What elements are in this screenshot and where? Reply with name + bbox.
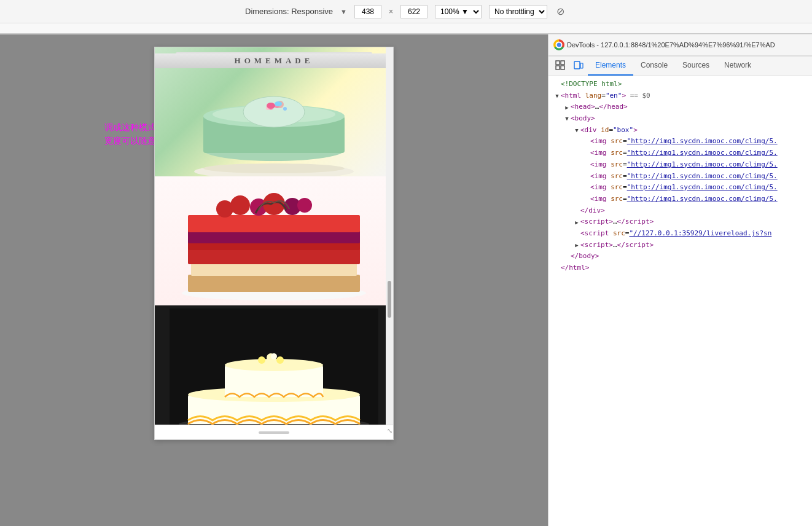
html-attr-name: lang bbox=[585, 90, 602, 102]
cake-image-3 bbox=[155, 305, 393, 434]
triangle-html[interactable] bbox=[553, 92, 561, 100]
svg-rect-42 bbox=[580, 63, 583, 68]
dom-line-img4[interactable]: <img src="http://img1.sycdn.imooc.com/cl… bbox=[548, 171, 812, 183]
mobile-preview-frame: HOMEMADE bbox=[154, 47, 394, 440]
img6-src-name: src bbox=[611, 194, 623, 205]
svg-rect-20 bbox=[188, 215, 360, 232]
div-close-bracket: > bbox=[633, 125, 638, 136]
width-input[interactable] bbox=[354, 5, 381, 18]
img3-src-value[interactable]: "http://img1.sycdn.imooc.com/climg/5. bbox=[627, 159, 778, 171]
dom-line-script-livereload[interactable]: <script src="//127.0.0.1:35929/livereloa… bbox=[548, 228, 812, 240]
img5-src-value[interactable]: "http://img1.sycdn.imooc.com/climg/5. bbox=[627, 182, 778, 194]
dom-line-img6[interactable]: <img src="http://img1.sycdn.imooc.com/cl… bbox=[548, 194, 812, 205]
dom-line-img3[interactable]: <img src="http://img1.sycdn.imooc.com/cl… bbox=[548, 159, 812, 171]
img3-src-name: src bbox=[611, 159, 623, 171]
dom-line-close-html: </html> bbox=[548, 262, 812, 274]
devtools-title: DevTools - 127.0.0.1:8848/1%20E7%AD%94%E… bbox=[567, 41, 807, 49]
svg-rect-39 bbox=[561, 61, 564, 65]
dom-line-img1[interactable]: <img src="http://img1.sycdn.imooc.com/cl… bbox=[548, 136, 812, 147]
close-div-tag: </div> bbox=[580, 205, 605, 217]
img4-src-value[interactable]: "http://img1.sycdn.imooc.com/climg/5. bbox=[627, 171, 778, 183]
dom-line-script1[interactable]: <script>…</script> bbox=[548, 216, 812, 228]
dom-line-script2[interactable]: <script>…</script> bbox=[548, 240, 812, 251]
svg-point-9 bbox=[283, 107, 287, 111]
html-tag: <html bbox=[561, 90, 581, 102]
dom-line-head[interactable]: <head>…</head> bbox=[548, 101, 812, 113]
triangle-head[interactable] bbox=[563, 104, 571, 111]
dimensions-arrow-icon: ▼ bbox=[340, 8, 347, 15]
svg-point-13 bbox=[275, 101, 282, 106]
scrollbar-thumb[interactable] bbox=[388, 281, 391, 318]
img1-tag: <img bbox=[590, 136, 607, 147]
dom-line-close-div: </div> bbox=[548, 205, 812, 217]
tab-sources[interactable]: Sources bbox=[675, 56, 717, 76]
dom-line-body[interactable]: <body> bbox=[548, 113, 812, 125]
cake1-svg bbox=[176, 64, 372, 177]
tab-elements[interactable]: Elements bbox=[588, 56, 633, 76]
dom-line-div-box[interactable]: <div id="box" > bbox=[548, 125, 812, 136]
tab-console[interactable]: Console bbox=[633, 56, 675, 76]
scrollbar[interactable] bbox=[386, 47, 393, 439]
svg-point-1 bbox=[203, 163, 345, 173]
svg-rect-15 bbox=[188, 275, 360, 292]
script-src-name: src bbox=[613, 228, 625, 240]
svg-point-35 bbox=[276, 356, 284, 364]
dom-tree: <!DOCTYPE html> <html lang="en" > == $0 … bbox=[548, 76, 812, 526]
body-tag: <body> bbox=[571, 113, 595, 125]
dom-line-doctype: <!DOCTYPE html> bbox=[548, 79, 812, 90]
resize-handle[interactable]: ⤡ bbox=[386, 427, 393, 434]
head-open-tag: <head> bbox=[571, 101, 595, 113]
svg-rect-41 bbox=[574, 61, 580, 69]
cake2-svg bbox=[170, 179, 378, 302]
img6-tag: <img bbox=[590, 194, 607, 205]
t-script1[interactable] bbox=[573, 219, 580, 226]
dimensions-label: Dimensions: Responsive bbox=[245, 7, 333, 16]
tab-network[interactable]: Network bbox=[717, 56, 759, 76]
t-script2[interactable] bbox=[573, 241, 580, 249]
img6-src-value[interactable]: "http://img1.sycdn.imooc.com/climg/5. bbox=[627, 194, 778, 205]
main-area: 调成这种模式， 宽度可以随意变化 HOMEMADE bbox=[0, 34, 812, 526]
tab-responsive-icon[interactable] bbox=[569, 56, 588, 76]
img4-src-name: src bbox=[611, 171, 623, 183]
chrome-icon bbox=[553, 39, 564, 50]
script2-tag: <script> bbox=[580, 240, 613, 251]
dom-line-img5[interactable]: <img src="http://img1.sycdn.imooc.com/cl… bbox=[548, 182, 812, 194]
no-cache-icon[interactable]: ⊘ bbox=[555, 6, 567, 18]
script1-close-tag: </script> bbox=[617, 216, 654, 228]
tab-inspect-icon[interactable] bbox=[551, 56, 569, 76]
img2-tag: <img bbox=[590, 147, 607, 159]
svg-point-12 bbox=[267, 103, 275, 109]
page-area: 调成这种模式， 宽度可以随意变化 HOMEMADE bbox=[0, 34, 548, 526]
html-pseudo: == $0 bbox=[630, 90, 650, 102]
triangle-div[interactable] bbox=[573, 127, 580, 134]
close-body-tag: </body> bbox=[571, 251, 599, 262]
script2-dots: … bbox=[613, 240, 617, 251]
script1-dots: … bbox=[613, 216, 617, 228]
svg-point-6 bbox=[243, 96, 305, 127]
triangle-body[interactable] bbox=[563, 115, 571, 122]
div-tag: <div bbox=[580, 125, 597, 136]
dom-line-close-body: </body> bbox=[548, 251, 812, 262]
html-attr-value: "en" bbox=[606, 90, 622, 102]
height-input[interactable] bbox=[400, 5, 427, 18]
div-attr-id: id bbox=[601, 125, 609, 136]
dom-line-html[interactable]: <html lang="en" > == $0 bbox=[548, 90, 812, 102]
dom-line-img2[interactable]: <img src="http://img1.sycdn.imooc.com/cl… bbox=[548, 147, 812, 159]
script1-tag: <script> bbox=[580, 216, 613, 228]
img4-tag: <img bbox=[590, 171, 607, 183]
img5-tag: <img bbox=[590, 182, 607, 194]
throttle-select[interactable]: No throttling Fast 3G Slow 3G Offline bbox=[489, 5, 547, 18]
div-attr-id-value: "box" bbox=[613, 125, 633, 136]
doctype-text: <!DOCTYPE html> bbox=[561, 79, 622, 90]
img1-src-name: src bbox=[611, 136, 623, 147]
img3-tag: <img bbox=[590, 159, 607, 171]
zoom-select[interactable]: 100% ▼ 50% 75% 125% bbox=[435, 5, 482, 18]
head-dots: … bbox=[595, 101, 599, 113]
html-tag-close-bracket: > bbox=[622, 90, 626, 102]
cake-image-2 bbox=[155, 176, 393, 305]
script-src-value[interactable]: "//127.0.0.1:35929/livereload.js?sn bbox=[629, 228, 771, 240]
devtools-header: DevTools - 127.0.0.1:8848/1%20E7%AD%94%E… bbox=[548, 34, 812, 57]
img5-src-name: src bbox=[611, 182, 623, 194]
img2-src-value[interactable]: "http://img1.sycdn.imooc.com/climg/5. bbox=[627, 147, 778, 159]
img1-src-value[interactable]: "http://img1.sycdn.imooc.com/climg/5. bbox=[627, 136, 778, 147]
